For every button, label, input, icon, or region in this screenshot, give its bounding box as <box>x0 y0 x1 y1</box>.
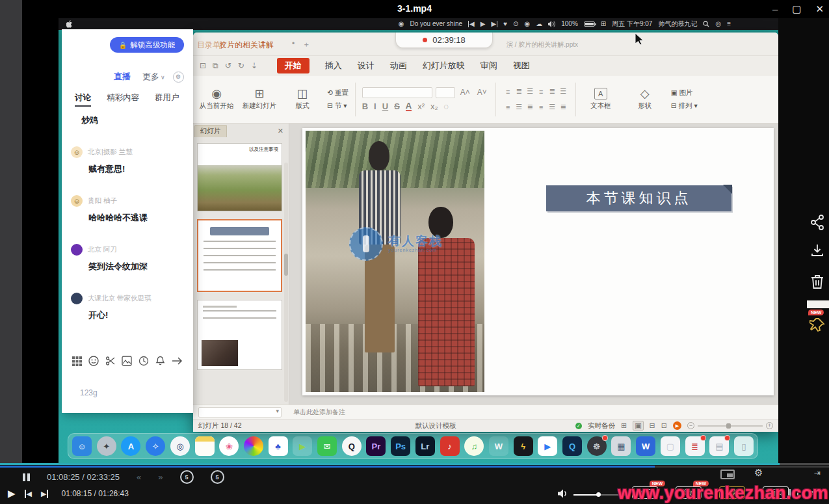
send-arrow-icon[interactable] <box>172 356 183 365</box>
dock-icon-qq[interactable]: Q <box>342 436 362 456</box>
paragraph-icon-10[interactable]: ☰ <box>549 103 555 111</box>
previous-track-button[interactable]: ◀ <box>25 490 32 498</box>
cloud-icon[interactable]: ☁ <box>536 21 542 27</box>
dock-icon-wechat[interactable]: ✉ <box>317 436 337 456</box>
ribbon-tab-视图[interactable]: 视图 <box>513 60 530 72</box>
dock-icon-lightroom[interactable]: Lr <box>415 436 435 456</box>
picture-button[interactable]: ▣ 图片 <box>671 88 698 98</box>
format-b-button[interactable]: B <box>362 101 368 111</box>
doc-tab-partial[interactable]: 目录单 <box>197 40 220 51</box>
dock-icon-flash-shield-app[interactable]: ϟ <box>514 436 533 456</box>
skip-forward-5-button[interactable]: 5 <box>211 470 224 484</box>
progress-bar[interactable] <box>0 466 829 468</box>
dock-icon-q-browser[interactable]: Q <box>562 436 582 456</box>
minimize-button[interactable]: – <box>772 4 778 14</box>
slide-thumbnail-19[interactable] <box>197 300 282 370</box>
more-menu[interactable]: 更多∨ <box>142 71 165 83</box>
paragraph-icon-3[interactable]: ≡ <box>539 88 543 96</box>
speaker-icon[interactable] <box>558 489 568 501</box>
forward-ghost-icon[interactable]: » <box>158 472 163 482</box>
dock-icon-stack-striped[interactable]: ≣ <box>685 436 705 456</box>
section-button[interactable]: ⊟ 节 ▾ <box>327 101 349 111</box>
slide-thumbnail-17[interactable]: 以及注意事项 <box>197 143 282 211</box>
siri-icon[interactable]: ◎ <box>715 21 721 27</box>
chat-tab-群用户[interactable]: 群用户 <box>155 92 179 107</box>
dock-icon-finder[interactable]: ☺ <box>72 436 92 456</box>
format-extra-icon-2[interactable]: ◌ <box>444 101 449 111</box>
maximize-button[interactable]: ▢ <box>792 4 801 14</box>
realtime-backup-label[interactable]: 实时备份 <box>588 421 615 431</box>
chat-tab-讨论[interactable]: 讨论 <box>75 92 91 107</box>
media-next-icon[interactable]: ▶ <box>491 21 497 27</box>
settings-gear-icon[interactable]: ⚙ <box>754 467 763 479</box>
font-size-input[interactable] <box>436 87 455 98</box>
text-box-button[interactable]: A 文本框 <box>583 88 619 111</box>
slides-panel-tab[interactable]: 幻灯片 <box>194 125 227 137</box>
dock-icon-qq-music[interactable]: ♫ <box>464 436 484 456</box>
search-icon[interactable] <box>703 21 709 27</box>
thumbnails-scrollbar[interactable] <box>284 163 288 402</box>
dock-icon-green-play-app[interactable]: ▶ <box>293 436 312 456</box>
dock-icon-wheel-app[interactable]: ☸ <box>587 436 607 456</box>
menubar-datetime[interactable]: 周五 下午9:07 <box>612 21 652 27</box>
ribbon-tab-动画[interactable]: 动画 <box>390 60 407 72</box>
history-clock-icon[interactable] <box>138 356 149 366</box>
chat-settings-gear-icon[interactable]: ⚙ <box>173 72 184 83</box>
volume-icon[interactable] <box>548 21 555 27</box>
menu-extra-icon-1[interactable]: ⊙ <box>513 21 518 27</box>
ribbon-tab-插入[interactable]: 插入 <box>325 60 342 72</box>
slideshow-play-icon[interactable]: ▶ <box>673 421 681 430</box>
menu-extra-icon-2[interactable]: ◉ <box>524 21 530 27</box>
dock-icon-photos[interactable]: ❀ <box>219 436 239 456</box>
dock-icon-trash[interactable]: ▯ <box>734 436 754 456</box>
view-sorter-icon[interactable]: ⊟ <box>650 421 655 430</box>
paragraph-icon-8[interactable]: ≣ <box>527 103 533 111</box>
dock-icon-app-store[interactable]: A <box>121 436 140 456</box>
paragraph-icon-2[interactable]: ☰ <box>527 87 533 96</box>
apps-grid-icon[interactable] <box>72 356 82 366</box>
zoom-control[interactable]: − + <box>687 422 773 429</box>
next-track-button[interactable]: ▶ <box>41 490 48 498</box>
grow-font-icon[interactable]: A˄ <box>458 88 472 97</box>
skip-back-5-button[interactable]: 5 <box>180 470 194 484</box>
dock-icon-notes[interactable] <box>195 436 215 456</box>
live-mode-label[interactable]: 直播 <box>114 71 131 83</box>
download-icon[interactable] <box>808 243 826 258</box>
ribbon-tab-审阅[interactable]: 审阅 <box>480 60 497 72</box>
dock-icon-clover-cloud-app[interactable]: ♣ <box>269 436 288 456</box>
dock-icon-w-outline-app[interactable]: W <box>489 436 508 456</box>
unlock-premium-button[interactable]: 🔒 解锁高级功能 <box>110 37 184 53</box>
design-template-label[interactable]: 默认设计模板 <box>301 421 570 431</box>
share-icon[interactable] <box>808 215 826 230</box>
dock-icon-photoshop[interactable]: Ps <box>391 436 410 456</box>
paragraph-icon-7[interactable]: ☰ <box>516 103 522 111</box>
dock-icon-stack-plain[interactable]: ▢ <box>661 436 680 456</box>
image-icon[interactable] <box>122 356 132 366</box>
dock-icon-launchpad[interactable]: ✦ <box>97 436 116 456</box>
dock-icon-premiere[interactable]: Pr <box>366 436 386 456</box>
format-i-button[interactable]: I <box>374 101 376 111</box>
notes-placeholder[interactable]: 单击此处添加备注 <box>293 408 345 417</box>
format-u-button[interactable]: U <box>382 101 388 111</box>
ribbon-tab-幻灯片放映[interactable]: 幻灯片放映 <box>423 60 465 72</box>
view-reading-icon[interactable]: ⊡ <box>661 421 667 430</box>
slide-thumbnail-18-selected[interactable] <box>197 219 282 292</box>
format-extra-icon-1[interactable]: x₂ <box>430 101 438 111</box>
notes-dropdown[interactable] <box>198 407 282 418</box>
shrink-font-icon[interactable]: A˅ <box>475 88 489 97</box>
ribbon-tab-设计[interactable]: 设计 <box>358 60 375 72</box>
quick-access-toolbar[interactable]: ⊡⧉ ↺↻⇣ <box>200 61 257 70</box>
chat-tab-精彩内容[interactable]: 精彩内容 <box>107 92 139 107</box>
format-a-button[interactable]: A <box>406 101 412 112</box>
format-extra-icon-0[interactable]: x² <box>417 101 425 111</box>
pin-icon[interactable] <box>808 317 826 334</box>
dock-icon-stack-docs[interactable]: ▤ <box>709 436 729 456</box>
new-tab-button[interactable]: ＋ <box>302 39 310 50</box>
shapes-button[interactable]: ◇ 形状 <box>627 88 663 111</box>
paragraph-icon-1[interactable]: ≣ <box>516 87 522 96</box>
menubar-account[interactable]: 帅气的慕九记 <box>658 21 697 27</box>
paragraph-icon-5[interactable]: ☰ <box>560 87 566 96</box>
media-play-icon[interactable]: ▶ <box>480 21 486 27</box>
view-notes-icon[interactable]: ⊞ <box>621 421 627 430</box>
view-normal-icon[interactable]: ▣ <box>633 421 643 431</box>
